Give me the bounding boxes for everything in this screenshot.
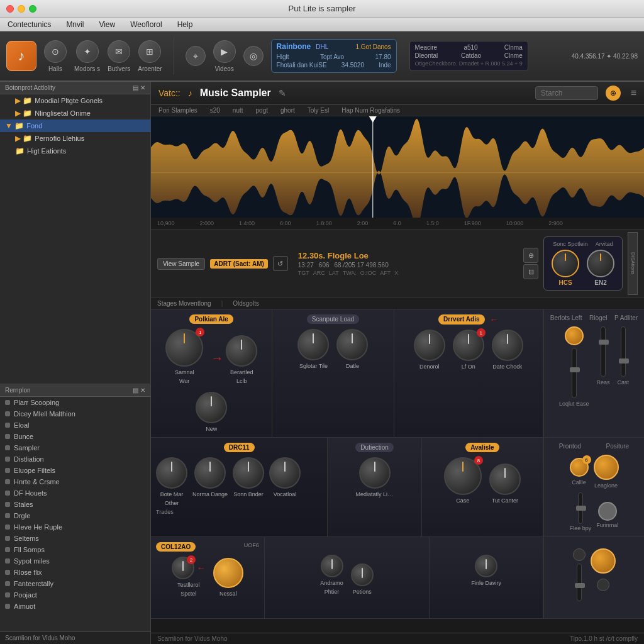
list-item-sampler[interactable]: Sampler — [0, 442, 150, 453]
settings-button[interactable]: ⊟ — [523, 264, 538, 279]
list-item-fanteer[interactable]: Fanteerctally — [0, 578, 150, 589]
furinmal-knob[interactable] — [598, 502, 617, 521]
sampler-search-input[interactable] — [535, 86, 598, 100]
list-item-poojact[interactable]: Poojact — [0, 589, 150, 601]
samnal-knob[interactable]: 1 — [165, 329, 203, 367]
list-item-fll-somps[interactable]: Fll Somps — [0, 544, 150, 555]
padliter-fader[interactable] — [621, 326, 626, 377]
datle-knob[interactable] — [336, 329, 368, 360]
menu-contectunics[interactable]: Contectunics — [5, 20, 53, 29]
berartled-knob[interactable] — [226, 335, 257, 367]
hcs-knob[interactable] — [552, 250, 579, 277]
sampler-nav-ghort[interactable]: ghort — [280, 107, 295, 114]
list-item-distliation[interactable]: Distliation — [0, 453, 150, 465]
mediatatly-knob[interactable] — [359, 457, 391, 489]
traffic-lights[interactable] — [6, 5, 36, 13]
halls-button[interactable]: ⊙ — [44, 40, 67, 63]
case-knob[interactable]: 8 — [444, 457, 482, 495]
list-item-aimuot[interactable]: Aimuot — [0, 601, 150, 612]
list-item-seltems[interactable]: Seltems — [0, 533, 150, 544]
list-item-eloal[interactable]: Eloal — [0, 419, 150, 431]
modors-button[interactable]: ✦ — [76, 40, 99, 63]
leaglone-knob[interactable] — [594, 455, 619, 480]
stage-nav-movements[interactable]: Stages Moventlong — [157, 300, 211, 307]
sidebar-vertical-tab[interactable]: DISAtions — [628, 232, 638, 295]
list-item-stales[interactable]: Stales — [0, 499, 150, 510]
padliter-fader-handle[interactable] — [619, 358, 629, 364]
sampler-edit-icon[interactable]: ✎ — [279, 88, 286, 98]
search-button-2[interactable]: ◎ — [243, 46, 264, 66]
close-button[interactable] — [6, 5, 14, 13]
berlots-knob[interactable] — [565, 326, 584, 345]
andramo-knob[interactable] — [321, 555, 343, 577]
flee-fader[interactable] — [578, 492, 583, 524]
sampler-nav-nutt[interactable]: nutt — [233, 107, 243, 114]
toggle-circle-1[interactable] — [573, 548, 586, 561]
norma-dange-knob[interactable] — [194, 457, 226, 489]
menu-view[interactable]: View — [96, 20, 118, 29]
riogel-fader[interactable] — [601, 326, 606, 377]
sampler-nav-pogt[interactable]: pogt — [256, 107, 268, 114]
time-marker-9: 1F.900 — [464, 220, 481, 226]
maximize-button[interactable] — [29, 5, 36, 13]
minimize-button[interactable] — [18, 5, 25, 13]
adrt-icon-button[interactable]: ↺ — [273, 256, 288, 271]
list-item-sypot[interactable]: Sypot miles — [0, 555, 150, 567]
sidebar-item-moodial[interactable]: ▶ 📁 Moodial Pltgte Gonels — [0, 94, 150, 107]
bottom-fader-handle-1[interactable] — [575, 583, 585, 588]
vocatloal-knob[interactable] — [269, 457, 301, 489]
sampler-nav-hap[interactable]: Hap Num Rogafatins — [341, 107, 400, 114]
search-button[interactable]: ⌖ — [186, 46, 206, 66]
finle-daviry-knob[interactable] — [475, 555, 497, 577]
bottom-fader-1[interactable] — [577, 564, 582, 601]
berlots-fader-handle[interactable] — [570, 367, 580, 372]
berlots-fader[interactable] — [572, 348, 577, 398]
stage-nav-oldsgolts[interactable]: Oldsgolts — [233, 300, 259, 307]
list-item-rlose[interactable]: Rlose flix — [0, 567, 150, 578]
videos-button[interactable]: ▶ — [213, 40, 236, 63]
sglotar-knob[interactable] — [297, 329, 329, 360]
list-item-bunce[interactable]: Bunce — [0, 431, 150, 442]
menu-weoflorol[interactable]: Weoflorol — [128, 20, 164, 29]
sidebar-item-pernofio[interactable]: ▶ 📁 Pernofio Llehius — [0, 132, 150, 145]
toggle-circle-2[interactable] — [597, 579, 609, 591]
petions-knob[interactable] — [351, 564, 374, 586]
testllerol-knob[interactable]: 2 — [172, 557, 194, 579]
date-chock-knob[interactable] — [492, 330, 523, 361]
flee-fader-handle[interactable] — [576, 506, 586, 511]
lf-on-knob[interactable]: 1 — [453, 330, 484, 361]
view-sample-button[interactable]: View Sample — [157, 258, 205, 270]
bote-mar-knob[interactable] — [156, 457, 187, 489]
sampler-search-go-button[interactable]: ⊕ — [606, 86, 621, 101]
sidebar-item-fond[interactable]: ▼ 📁 Fond — [0, 119, 150, 132]
sampler-nav-s20[interactable]: s20 — [210, 107, 220, 114]
sonn-bnder-knob[interactable] — [233, 457, 264, 489]
list-item-drgle[interactable]: Drgle — [0, 510, 150, 521]
sidebar-item-nlinglisetal[interactable]: ▶ 📁 Nlinglisetal Onime — [0, 107, 150, 119]
new-knob[interactable] — [196, 392, 227, 423]
tut-canter-knob[interactable] — [489, 464, 521, 495]
waveform-display[interactable]: 10,900 2:000 1.4:00 6:00 1.8:00 2:00 6.0… — [151, 116, 644, 230]
list-item-eluope[interactable]: Eluope Filtels — [0, 465, 150, 476]
list-item-dicey[interactable]: Dicey Mlell Malthion — [0, 408, 150, 419]
list-item-plarr[interactable]: Plarr Scooping — [0, 397, 150, 408]
riogel-fader-handle[interactable] — [599, 340, 609, 345]
menu-help[interactable]: Help — [175, 20, 196, 29]
sidebar-item-higt[interactable]: 📁 Higt Eationts — [0, 145, 150, 157]
en2-knob[interactable] — [587, 250, 614, 277]
nessal-knob[interactable] — [213, 558, 243, 588]
sample-knob-tgt: TGT — [298, 270, 309, 276]
sampler-menu-icon[interactable]: ≡ — [631, 87, 636, 99]
partidge-guide-button[interactable]: ⊕ — [523, 248, 538, 263]
list-item-df-houets[interactable]: DF Houets — [0, 487, 150, 499]
sampler-nav-toly[interactable]: Toly Esl — [308, 107, 329, 114]
denorol-knob[interactable] — [414, 330, 445, 361]
menu-mnvil[interactable]: Mnvil — [64, 20, 86, 29]
aroenter-button[interactable]: ⊞ — [138, 40, 161, 63]
bottom-right-knob[interactable] — [591, 548, 616, 574]
list-item-hleve[interactable]: Hleve He Ruple — [0, 521, 150, 533]
butlvers-button[interactable]: ✉ — [108, 40, 130, 63]
list-item-hnrte[interactable]: Hnrte & Crsme — [0, 476, 150, 487]
sampler-nav-pori[interactable]: Pori Slamples — [158, 107, 197, 114]
app-icon-button[interactable]: ♪ — [6, 41, 36, 71]
